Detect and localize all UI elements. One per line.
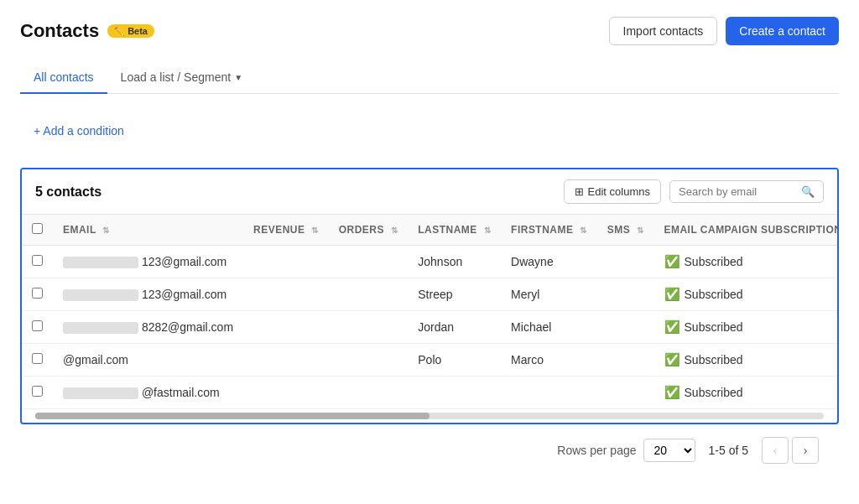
contacts-section: 5 contacts ⊞ Edit columns 🔍: [20, 168, 839, 424]
table-row: 123@gmail.com Streep Meryl ✅ Subscribed …: [22, 278, 839, 311]
header-firstname: FIRSTNAME ⇅: [501, 215, 597, 246]
select-all-checkbox[interactable]: [32, 223, 43, 234]
revenue-cell: [243, 311, 329, 344]
page-info: 1-5 of 5: [709, 444, 748, 457]
sms-cell: [597, 246, 654, 278]
search-input[interactable]: [679, 185, 796, 198]
revenue-cell: [243, 278, 329, 311]
edit-columns-button[interactable]: ⊞ Edit columns: [564, 179, 661, 204]
header-orders: ORDERS ⇅: [329, 215, 409, 246]
header-sms: SMS ⇅: [597, 215, 654, 246]
row-checkbox-cell: [22, 278, 53, 311]
sms-cell: [597, 278, 654, 311]
table-header-row: EMAIL ⇅ REVENUE ⇅ ORDERS ⇅ LASTNAME ⇅: [22, 215, 839, 246]
toolbar-right: ⊞ Edit columns 🔍: [564, 179, 824, 204]
lastname-cell: Streep: [408, 278, 501, 311]
subscription-cell: ✅ Subscribed: [654, 311, 839, 344]
subscribed-icon: ✅: [664, 320, 680, 335]
email-cell: @gmail.com: [53, 344, 243, 377]
lastname-cell: Polo: [408, 344, 501, 377]
sms-cell: [597, 344, 654, 377]
sms-cell: [597, 311, 654, 344]
tabs-bar: All contacts Load a list / Segment ▼: [20, 62, 839, 94]
subscribed-icon: ✅: [664, 352, 680, 367]
revenue-cell: [243, 246, 329, 278]
header-lastname: LASTNAME ⇅: [408, 215, 501, 246]
email-suffix: 8282@gmail.com: [142, 320, 233, 334]
row-checkbox[interactable]: [32, 386, 43, 397]
table-row: 8282@gmail.com Jordan Michael ✅ Subscrib…: [22, 311, 839, 344]
filter-bar: + Add a condition: [20, 111, 839, 151]
sort-icon: ⇅: [391, 226, 398, 235]
subscription-cell: ✅ Subscribed: [654, 246, 839, 278]
add-condition-button[interactable]: + Add a condition: [34, 124, 124, 138]
sms-cell: [597, 377, 654, 409]
row-checkbox-cell: [22, 344, 53, 377]
email-cell: 123@gmail.com: [53, 246, 243, 278]
subscription-label: Subscribed: [685, 288, 743, 301]
import-contacts-button[interactable]: Import contacts: [609, 17, 718, 45]
table-row: @fastmail.com ✅ Subscribed 14: [22, 377, 839, 409]
orders-cell: [329, 344, 409, 377]
subscription-cell: ✅ Subscribed: [654, 377, 839, 409]
subscription-cell: ✅ Subscribed: [654, 278, 839, 311]
table-row: 123@gmail.com Johnson Dwayne ✅ Subscribe…: [22, 246, 839, 278]
row-checkbox-cell: [22, 311, 53, 344]
subscription-label: Subscribed: [685, 320, 743, 334]
firstname-cell: Meryl: [501, 278, 597, 311]
blurred-email: [63, 387, 138, 399]
subscription-cell: ✅ Subscribed: [654, 344, 839, 377]
page-header: Contacts Beta Import contacts Create a c…: [20, 17, 839, 45]
revenue-cell: [243, 344, 329, 377]
rows-per-page-select[interactable]: 10 20 50 100: [643, 439, 695, 462]
lastname-cell: [408, 377, 501, 409]
beta-badge: Beta: [107, 24, 154, 38]
sort-icon: ⇅: [484, 226, 491, 235]
prev-page-button[interactable]: ‹: [762, 437, 789, 464]
header-revenue: REVENUE ⇅: [243, 215, 329, 246]
email-cell: 123@gmail.com: [53, 278, 243, 311]
row-checkbox[interactable]: [32, 353, 43, 364]
header-email: EMAIL ⇅: [53, 215, 243, 246]
next-page-button[interactable]: ›: [792, 437, 819, 464]
subscription-label: Subscribed: [685, 353, 743, 366]
header-left: Contacts Beta: [20, 20, 154, 42]
blurred-email: [63, 289, 138, 301]
firstname-cell: Marco: [501, 344, 597, 377]
row-checkbox[interactable]: [32, 288, 43, 299]
rows-per-page: Rows per page 10 20 50 100: [557, 439, 695, 462]
sort-icon: ⇅: [311, 226, 318, 235]
firstname-cell: Dwayne: [501, 246, 597, 278]
tab-all-contacts[interactable]: All contacts: [20, 62, 107, 94]
lastname-cell: Jordan: [408, 311, 501, 344]
table-toolbar: 5 contacts ⊞ Edit columns 🔍: [22, 169, 837, 215]
tab-load-list[interactable]: Load a list / Segment ▼: [107, 62, 256, 94]
subscription-label: Subscribed: [685, 386, 743, 399]
row-checkbox[interactable]: [32, 255, 43, 266]
lastname-cell: Johnson: [408, 246, 501, 278]
email-suffix: @gmail.com: [63, 353, 128, 366]
blurred-email: [63, 257, 138, 268]
search-box: 🔍: [669, 180, 824, 203]
firstname-cell: [501, 377, 597, 409]
sort-icon: ⇅: [102, 226, 109, 235]
revenue-cell: [243, 377, 329, 409]
table-row: @gmail.com Polo Marco ✅ Subscribed 14: [22, 344, 839, 377]
sort-icon: ⇅: [637, 226, 643, 235]
orders-cell: [329, 278, 409, 311]
email-suffix: 123@gmail.com: [142, 288, 226, 301]
orders-cell: [329, 311, 409, 344]
rows-per-page-label: Rows per page: [557, 444, 636, 457]
email-cell: @fastmail.com: [53, 377, 243, 409]
row-checkbox[interactable]: [32, 320, 43, 331]
header-actions: Import contacts Create a contact: [609, 17, 839, 45]
subscription-label: Subscribed: [685, 255, 743, 268]
create-contact-button[interactable]: Create a contact: [726, 17, 839, 45]
header-checkbox-col: [22, 215, 53, 246]
email-suffix: 123@gmail.com: [142, 255, 226, 268]
subscribed-icon: ✅: [664, 254, 680, 269]
sort-icon: ⇅: [580, 226, 586, 235]
contacts-table: EMAIL ⇅ REVENUE ⇅ ORDERS ⇅ LASTNAME ⇅: [22, 215, 839, 409]
page-title: Contacts: [20, 20, 99, 42]
columns-icon: ⊞: [575, 185, 584, 198]
